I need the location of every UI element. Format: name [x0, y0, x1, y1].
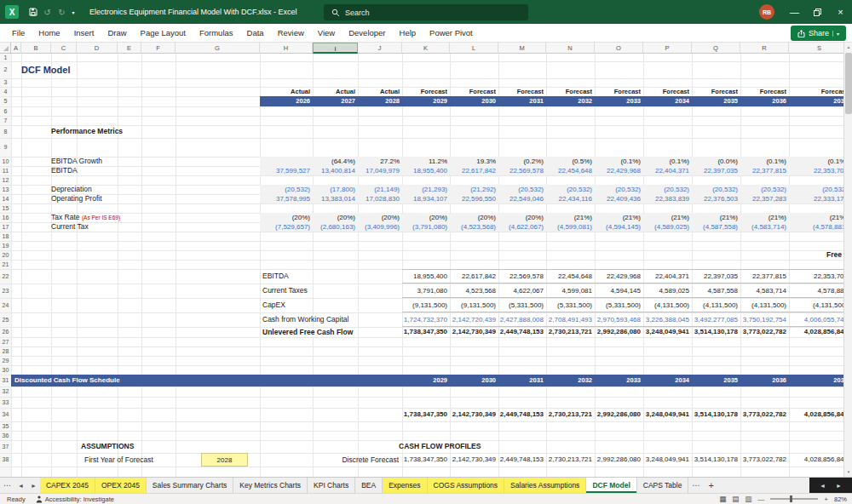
cell-I16[interactable]: (20%) — [313, 213, 355, 222]
cell-M16[interactable]: (20%) — [498, 213, 544, 222]
cell-O38[interactable]: 2,992,286,080 — [595, 453, 641, 467]
cell-O31[interactable]: 2033 — [595, 375, 641, 387]
cell-S11[interactable]: 22,353,708 — [789, 166, 848, 175]
cell-K31[interactable]: 2029 — [402, 375, 447, 387]
normal-view-icon[interactable]: ▦ — [719, 495, 726, 503]
cell-O24[interactable]: (5,331,500) — [595, 298, 641, 312]
cell-I13[interactable]: (17,800) — [313, 185, 355, 194]
row-header-21[interactable]: 21 — [0, 260, 11, 269]
zoom-in-button[interactable]: + — [824, 495, 828, 503]
cell-L11[interactable]: 22,617,842 — [450, 166, 496, 175]
ribbon-tab-power-pivot[interactable]: Power Pivot — [423, 24, 480, 42]
cell-N13[interactable]: (20,532) — [546, 185, 592, 194]
cell-P31[interactable]: 2034 — [643, 375, 689, 387]
cell-P14[interactable]: 22,383,839 — [643, 194, 689, 203]
sheet-tab-kpi-charts[interactable]: KPI Charts — [308, 478, 355, 493]
cell-R38[interactable]: 3,773,022,782 — [740, 453, 786, 467]
column-header-i[interactable]: I — [313, 43, 358, 54]
cell-P17[interactable]: (4,589,025) — [643, 222, 689, 232]
cell-N17[interactable]: (4,599,081) — [546, 222, 592, 232]
cell-N26[interactable]: 2,730,213,721 — [546, 327, 592, 337]
cell-R14[interactable]: 22,357,283 — [740, 194, 786, 203]
minimize-button[interactable]: — — [783, 0, 806, 24]
cell-R31[interactable]: 2036 — [740, 375, 786, 387]
ribbon-tab-view[interactable]: View — [311, 24, 342, 42]
cell-L14[interactable]: 22,596,550 — [450, 194, 496, 203]
zoom-slider-thumb[interactable] — [790, 495, 792, 502]
cell-Q14[interactable]: 22,376,503 — [692, 194, 738, 203]
cell-J16[interactable]: (20%) — [358, 213, 400, 222]
row-header-2[interactable]: 2 — [0, 61, 11, 78]
row-header-27[interactable]: 27 — [0, 337, 11, 346]
row-header-16[interactable]: 16 — [0, 213, 11, 222]
save-icon[interactable] — [26, 4, 40, 20]
cell-R17[interactable]: (4,583,714) — [740, 222, 786, 232]
cell-O22[interactable]: 22,429,968 — [595, 269, 641, 284]
hscroll-right-icon[interactable]: ► — [836, 483, 842, 489]
row-header-33[interactable]: 33 — [0, 397, 11, 408]
cell-M17[interactable]: (4,622,067) — [498, 222, 544, 232]
ribbon-tab-page-layout[interactable]: Page Layout — [134, 24, 193, 42]
column-header-j[interactable]: J — [358, 43, 402, 54]
ribbon-tab-insert[interactable]: Insert — [67, 24, 101, 42]
cell-L38[interactable]: 2,142,730,349 — [450, 453, 496, 467]
cell-R5[interactable]: 2036 — [740, 96, 786, 106]
row-header-20[interactable]: 20 — [0, 250, 11, 260]
cell-H17[interactable]: (7,529,657) — [260, 222, 310, 232]
cell-S5[interactable]: 2037 — [789, 96, 848, 106]
user-avatar[interactable]: RB — [759, 4, 774, 20]
row-header-35[interactable]: 35 — [0, 421, 11, 431]
cell-M4[interactable]: Forecast — [498, 87, 544, 96]
cell-N24[interactable]: (5,331,500) — [546, 298, 592, 312]
scroll-down-icon[interactable]: ▾ — [844, 467, 852, 477]
cell-Q31[interactable]: 2035 — [692, 375, 738, 387]
performance-metrics-heading[interactable]: Performance Metrics — [51, 125, 222, 138]
cell-L10[interactable]: 19.3% — [450, 157, 496, 166]
row-header-11[interactable]: 11 — [0, 166, 11, 175]
cell-O23[interactable]: 4,594,145 — [595, 284, 641, 298]
search-box[interactable]: Search — [324, 4, 528, 20]
cell-N4[interactable]: Forecast — [546, 87, 592, 96]
cell-K16[interactable]: (20%) — [402, 213, 447, 222]
sheet-tab-key-metrics-charts[interactable]: Key Metrics Charts — [233, 478, 308, 493]
row-header-22[interactable]: 22 — [0, 269, 11, 284]
row-header-9[interactable]: 9 — [0, 138, 11, 157]
label-capex[interactable]: CapEX — [262, 298, 400, 312]
column-header-n[interactable]: N — [546, 43, 595, 54]
hscroll-left-icon[interactable]: ◄ — [820, 483, 826, 489]
cell-J14[interactable]: 17,028,830 — [358, 194, 400, 203]
cell-J10[interactable]: 27.2% — [358, 157, 400, 166]
column-header-r[interactable]: R — [740, 43, 789, 54]
cell-Q22[interactable]: 22,397,035 — [692, 269, 738, 284]
cell-H16[interactable]: (20%) — [260, 213, 310, 222]
cell-K38[interactable]: 1,738,347,350 — [402, 453, 447, 467]
cell-J11[interactable]: 17,049,979 — [358, 166, 400, 175]
cell-J4[interactable]: Actual — [358, 87, 400, 96]
ribbon-tab-draw[interactable]: Draw — [101, 24, 133, 42]
cell-M14[interactable]: 22,549,046 — [498, 194, 544, 203]
cell-R23[interactable]: 4,583,714 — [740, 284, 786, 298]
cell-L5[interactable]: 2030 — [450, 96, 496, 106]
sheet-tab-expenses[interactable]: Expenses — [383, 478, 427, 493]
cell-P25[interactable]: 3,226,388,045 — [643, 312, 689, 327]
cell-N38[interactable]: 2,730,213,721 — [546, 453, 592, 467]
cell-R26[interactable]: 3,773,022,782 — [740, 327, 786, 337]
sheet-tab-caps-table[interactable]: CAPS Table — [637, 478, 689, 493]
cell-Q38[interactable]: 3,514,130,178 — [692, 453, 738, 467]
cell-Q34[interactable]: 3,514,130,178 — [692, 408, 738, 421]
ribbon-tab-developer[interactable]: Developer — [342, 24, 392, 42]
cell-M25[interactable]: 2,427,888,008 — [498, 312, 544, 327]
cell-Q25[interactable]: 3,492,277,085 — [692, 312, 738, 327]
cell-L16[interactable]: (20%) — [450, 213, 496, 222]
row-header-18[interactable]: 18 — [0, 232, 11, 241]
ribbon-tab-data[interactable]: Data — [240, 24, 271, 42]
assumptions-heading[interactable]: ASSUMPTIONS — [81, 440, 192, 453]
cell-K26[interactable]: 1,738,347,350 — [402, 327, 447, 337]
cell-Q16[interactable]: (21%) — [692, 213, 738, 222]
sheet-tab-cogs-assumptions[interactable]: COGS Assumptions — [428, 478, 505, 493]
cell-Q10[interactable]: (0.0%) — [692, 157, 738, 166]
cell-P38[interactable]: 3,248,049,941 — [643, 453, 689, 467]
cell-M24[interactable]: (5,331,500) — [498, 298, 544, 312]
undo-icon[interactable]: ↺ — [40, 4, 55, 20]
row-header-36[interactable]: 36 — [0, 431, 11, 440]
